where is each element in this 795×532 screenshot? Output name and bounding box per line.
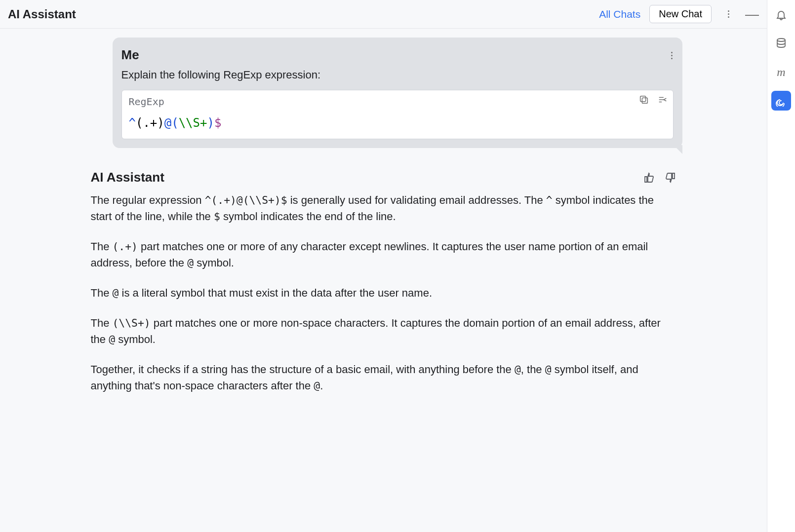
inline-code: @ [515, 363, 521, 376]
ai-assistant-tool-button[interactable] [771, 91, 791, 111]
m-letter-icon: m [777, 63, 785, 81]
thumbs-up-icon [643, 172, 655, 184]
right-tool-sidebar: m [767, 0, 795, 532]
panel-title: AI Assistant [8, 5, 76, 23]
vertical-ellipsis-icon [726, 8, 731, 20]
inline-code: @ [109, 333, 115, 345]
insert-code-button[interactable] [657, 94, 668, 105]
new-chat-button[interactable]: New Chat [649, 5, 712, 23]
user-message-bubble: Me Explain the following RegExp expressi… [113, 38, 682, 148]
ai-assistant-panel: AI Assistant All Chats New Chat — [0, 0, 767, 532]
svg-rect-1 [640, 96, 645, 102]
database-tool-button[interactable] [771, 34, 791, 53]
vertical-ellipsis-icon [669, 50, 675, 61]
assistant-paragraph: The regular expression ^(.+)@(\\S+)$ is … [91, 192, 676, 225]
thumbs-up-button[interactable] [643, 171, 656, 184]
svg-point-5 [777, 38, 785, 41]
inline-code: ^(.+)@(\\S+)$ [205, 194, 287, 206]
assistant-paragraph: The (.+) part matches one or more of any… [91, 238, 676, 271]
inline-code: $ [214, 210, 220, 223]
code-block: RegExp ^(.+)@(\\S+)$ [121, 90, 674, 139]
assistant-paragraph: Together, it checks if a string has the … [91, 361, 676, 394]
assistant-name-label: AI Assistant [91, 168, 164, 187]
database-icon [775, 38, 787, 49]
regex-token: ^ [129, 116, 136, 130]
bell-icon [775, 9, 787, 21]
notifications-tool-button[interactable] [771, 5, 791, 25]
minimize-icon: — [745, 7, 759, 21]
code-content: ^(.+)@(\\S+)$ [129, 114, 666, 132]
regex-token: ) [207, 116, 214, 130]
message-more-menu[interactable] [669, 42, 675, 61]
spiral-icon [775, 95, 787, 107]
panel-header: AI Assistant All Chats New Chat — [0, 0, 767, 29]
m-tool-button[interactable]: m [771, 62, 791, 82]
user-prompt-text: Explain the following RegExp expression: [121, 67, 674, 83]
regex-token: \\S+ [179, 116, 207, 130]
thumbs-down-icon [664, 172, 676, 184]
copy-code-button[interactable] [638, 94, 649, 105]
minimize-panel-button[interactable]: — [745, 7, 759, 21]
inline-code: @ [113, 287, 119, 299]
regex-token: @( [164, 116, 179, 130]
insert-snippet-icon [657, 94, 668, 105]
regex-token: $ [214, 116, 221, 130]
inline-code: @ [314, 380, 320, 392]
inline-code: @ [545, 363, 552, 376]
assistant-paragraph: The @ is a literal symbol that must exis… [91, 285, 676, 301]
svg-rect-0 [642, 98, 647, 103]
inline-code: (\\S+) [113, 317, 151, 329]
regex-token: (.+) [136, 116, 164, 130]
chat-scroll-area[interactable]: Me Explain the following RegExp expressi… [0, 29, 767, 532]
code-language-label: RegExp [129, 94, 666, 109]
all-chats-link[interactable]: All Chats [599, 6, 640, 22]
panel-more-menu[interactable] [721, 7, 735, 21]
copy-icon [638, 94, 649, 105]
assistant-reply: AI Assistant The regular expression ^(.+… [85, 168, 682, 394]
thumbs-down-button[interactable] [664, 171, 676, 184]
user-sender-label: Me [121, 45, 674, 65]
inline-code: (.+) [113, 240, 138, 253]
assistant-paragraph: The (\\S+) part matches one or more non-… [91, 315, 676, 347]
inline-code: ^ [546, 194, 553, 206]
inline-code: @ [187, 257, 194, 269]
